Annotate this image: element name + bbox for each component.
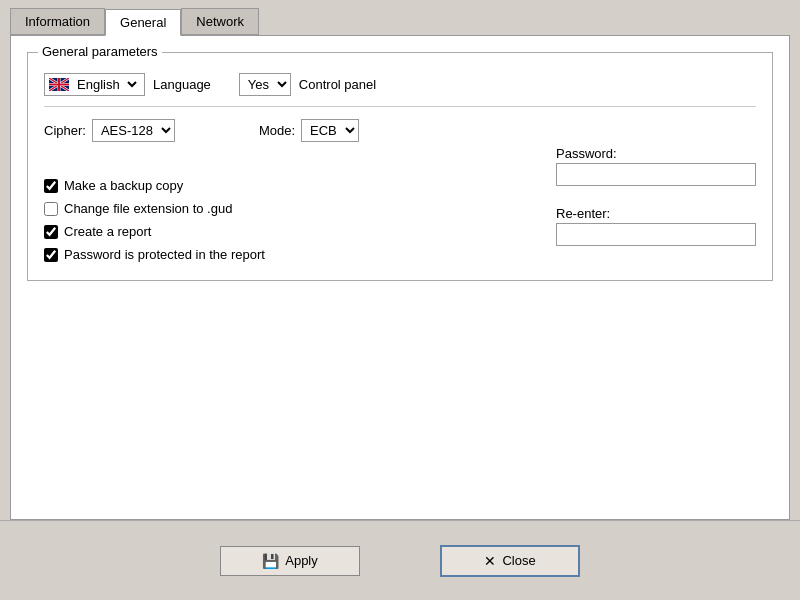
tab-general[interactable]: General: [105, 9, 181, 36]
checkbox-protected-row: Password is protected in the report: [44, 247, 556, 262]
bottom-bar: 💾 Apply ✕ Close: [0, 520, 800, 600]
apply-button[interactable]: 💾 Apply: [220, 546, 360, 576]
language-label: Language: [153, 77, 211, 92]
checkbox-extension-label: Change file extension to .gud: [64, 201, 232, 216]
control-panel-select[interactable]: Yes No: [239, 73, 291, 96]
reenter-label: Re-enter:: [556, 206, 756, 221]
flag-icon: [49, 78, 69, 91]
checkbox-extension[interactable]: [44, 202, 58, 216]
mode-group: Mode: ECB CBC CFB OFB: [259, 119, 359, 142]
divider: [44, 106, 756, 107]
password-field-group: Password:: [556, 146, 756, 186]
control-panel-label: Control panel: [299, 77, 376, 92]
password-input[interactable]: [556, 163, 756, 186]
tab-network[interactable]: Network: [181, 8, 259, 35]
password-col: Password: Re-enter:: [556, 146, 756, 264]
svg-rect-8: [49, 84, 69, 86]
general-parameters-group: General parameters: [27, 52, 773, 281]
password-label: Password:: [556, 146, 756, 161]
tab-bar: Information General Network: [0, 0, 800, 35]
checkbox-extension-row: Change file extension to .gud: [44, 201, 556, 216]
checkboxes-col: Make a backup copy Change file extension…: [44, 146, 556, 264]
cipher-mode-row: Cipher: AES-128 AES-256 DES 3DES Mode: E…: [44, 119, 756, 142]
cipher-select[interactable]: AES-128 AES-256 DES 3DES: [92, 119, 175, 142]
language-select-wrapper[interactable]: English French German Spanish: [44, 73, 145, 96]
language-row: English French German Spanish Language Y…: [44, 73, 756, 96]
main-window: Information General Network General para…: [0, 0, 800, 600]
cipher-label: Cipher:: [44, 123, 86, 138]
reenter-field-group: Re-enter:: [556, 206, 756, 246]
two-col-area: Make a backup copy Change file extension…: [44, 146, 756, 264]
mode-select[interactable]: ECB CBC CFB OFB: [301, 119, 359, 142]
close-button[interactable]: ✕ Close: [440, 545, 580, 577]
cipher-group: Cipher: AES-128 AES-256 DES 3DES: [44, 119, 175, 142]
checkbox-backup-row: Make a backup copy: [44, 178, 556, 193]
control-panel-wrapper: Yes No: [239, 73, 291, 96]
mode-label: Mode:: [259, 123, 295, 138]
group-box-legend: General parameters: [38, 44, 162, 59]
checkbox-report-label: Create a report: [64, 224, 151, 239]
close-icon: ✕: [484, 553, 496, 569]
checkbox-protected[interactable]: [44, 248, 58, 262]
content-area: General parameters: [10, 35, 790, 520]
checkbox-report[interactable]: [44, 225, 58, 239]
checkbox-protected-label: Password is protected in the report: [64, 247, 265, 262]
close-label: Close: [502, 553, 535, 568]
apply-icon: 💾: [262, 553, 279, 569]
apply-label: Apply: [285, 553, 318, 568]
language-select[interactable]: English French German Spanish: [73, 76, 140, 93]
checkbox-backup[interactable]: [44, 179, 58, 193]
reenter-input[interactable]: [556, 223, 756, 246]
checkbox-report-row: Create a report: [44, 224, 556, 239]
checkbox-backup-label: Make a backup copy: [64, 178, 183, 193]
tab-information[interactable]: Information: [10, 8, 105, 35]
